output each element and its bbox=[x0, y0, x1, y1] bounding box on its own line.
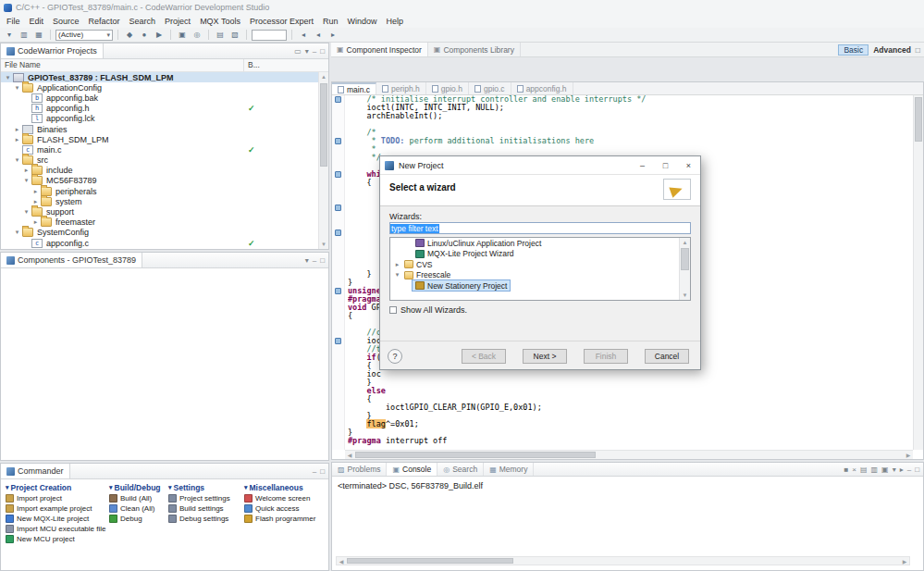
tree-item-main-c[interactable]: main.c✓ bbox=[1, 144, 318, 155]
tab-codewarrior-projects[interactable]: CodeWarrior Projects bbox=[1, 43, 104, 58]
dialog-titlebar[interactable]: New Project – □ × bbox=[380, 156, 700, 175]
back-button[interactable]: < Back bbox=[462, 349, 506, 364]
menu-search[interactable]: Search bbox=[125, 16, 161, 27]
column-header-build[interactable]: B... bbox=[244, 59, 328, 71]
build-button[interactable]: ◆ bbox=[123, 29, 136, 41]
commander-item-build-settings[interactable]: Build settings bbox=[168, 503, 242, 514]
minimize-icon[interactable]: – bbox=[907, 465, 911, 474]
commander-item-new-mqx-lite-project[interactable]: New MQX-Lite project bbox=[6, 514, 107, 524]
minimize-icon[interactable]: – bbox=[313, 256, 316, 265]
commander-item-flash-programmer[interactable]: Flash programmer bbox=[244, 514, 327, 524]
maximize-icon[interactable]: □ bbox=[915, 465, 919, 474]
commander-item-debug[interactable]: Debug bbox=[109, 514, 166, 524]
tree-item-peripherals[interactable]: ▸peripherals bbox=[1, 186, 318, 196]
tab-console[interactable]: ▣Console bbox=[387, 463, 437, 476]
scroll-left-icon[interactable]: ◀ bbox=[337, 557, 346, 565]
menu-file[interactable]: File bbox=[2, 16, 25, 27]
back-button[interactable]: ◂ bbox=[312, 29, 325, 41]
commander-item-import-project[interactable]: Import project bbox=[6, 493, 107, 503]
tab-components[interactable]: Components - GPIOTest_83789 bbox=[1, 253, 142, 267]
wizard-item-cvs[interactable]: ▸CVS bbox=[390, 259, 690, 270]
menu-project[interactable]: Project bbox=[160, 16, 195, 27]
new-wizard-button[interactable]: ▣ bbox=[176, 29, 189, 41]
tree-item-system[interactable]: ▸system bbox=[1, 196, 318, 206]
tab-problems[interactable]: ▨Problems bbox=[332, 463, 387, 476]
tree-item-appconfig-lck[interactable]: appconfig.lck bbox=[1, 114, 318, 124]
pin-console-icon[interactable]: ▣ bbox=[881, 465, 889, 474]
build-configuration-combo[interactable]: (Active)▾ bbox=[55, 30, 113, 41]
scroll-thumb[interactable] bbox=[347, 558, 513, 564]
scroll-lock-icon[interactable]: ▥ bbox=[871, 465, 879, 474]
search-button[interactable]: ◎ bbox=[191, 29, 203, 41]
wizard-filter-input[interactable]: type filter text bbox=[389, 222, 691, 234]
tree-item-gpiotest-83789-flash-sdm-lpm[interactable]: ▾GPIOTest_83789 : FLASH_SDM_LPM bbox=[1, 72, 318, 82]
scroll-up-icon[interactable]: ▲ bbox=[319, 72, 328, 81]
tab-component-inspector[interactable]: ▣Component Inspector bbox=[331, 43, 428, 56]
scroll-down-icon[interactable]: ▼ bbox=[319, 240, 328, 249]
maximize-icon[interactable]: □ bbox=[654, 156, 677, 174]
cancel-button[interactable]: Cancel bbox=[645, 349, 689, 364]
commander-item-welcome-screen[interactable]: Welcome screen bbox=[244, 493, 327, 503]
finish-button[interactable]: Finish bbox=[584, 349, 628, 364]
tab-commander[interactable]: Commander bbox=[1, 464, 70, 478]
wizard-list-scrollbar[interactable]: ▲ ▼ bbox=[679, 238, 690, 300]
editor-tab-gpio-c[interactable]: gpio.c bbox=[469, 82, 511, 94]
tree-item-src[interactable]: ▾src bbox=[1, 155, 318, 166]
save-button[interactable]: ▥ bbox=[18, 29, 31, 41]
tree-item-appconfig-h[interactable]: appconfig.h✓ bbox=[1, 104, 318, 114]
commander-item-debug-settings[interactable]: Debug settings bbox=[168, 514, 242, 524]
tree-item-systemconfig[interactable]: ▾SystemConfig bbox=[1, 228, 318, 238]
scroll-up-icon[interactable]: ▲ bbox=[680, 238, 690, 247]
mode-basic-button[interactable]: Basic bbox=[838, 44, 869, 56]
column-header-file-name[interactable]: File Name bbox=[1, 59, 244, 71]
flash-programmer-button[interactable]: ▧ bbox=[228, 29, 241, 41]
next-button[interactable]: Next > bbox=[523, 349, 567, 364]
menu-window[interactable]: Window bbox=[343, 16, 382, 27]
open-console-icon[interactable]: ▸ bbox=[900, 465, 904, 474]
restore-icon[interactable]: □ bbox=[916, 45, 920, 55]
mode-advanced-button[interactable]: Advanced bbox=[873, 45, 911, 55]
checkbox-icon[interactable] bbox=[389, 306, 397, 314]
wizard-item-linux-uclinux-application-project[interactable]: Linux/uClinux Application Project bbox=[390, 238, 690, 249]
console-horizontal-scrollbar[interactable]: ◀ ▶ bbox=[336, 556, 910, 565]
scroll-thumb[interactable] bbox=[681, 248, 689, 270]
menu-run[interactable]: Run bbox=[318, 16, 343, 27]
tree-item-appconfig-c[interactable]: appconfig.c✓ bbox=[1, 238, 318, 248]
tree-item-binaries[interactable]: ▸Binaries bbox=[1, 124, 318, 134]
toolbar-field[interactable] bbox=[252, 30, 287, 41]
editor-annotation-ruler[interactable] bbox=[332, 95, 345, 450]
commander-item-build-all[interactable]: Build (All) bbox=[109, 493, 166, 503]
maximize-icon[interactable]: □ bbox=[320, 47, 325, 56]
tree-item-appconfig-bak[interactable]: appconfig.bak bbox=[1, 93, 318, 103]
tree-item-applicationconfig[interactable]: ▾ApplicationConfig bbox=[1, 82, 318, 93]
menu-refactor[interactable]: Refactor bbox=[84, 16, 125, 27]
projects-scrollbar[interactable]: ▲ ▼ bbox=[318, 72, 328, 249]
remove-launch-icon[interactable]: × bbox=[852, 465, 856, 474]
scroll-thumb[interactable] bbox=[915, 97, 922, 142]
tab-memory[interactable]: ▦Memory bbox=[484, 463, 534, 476]
terminate-icon[interactable]: ■ bbox=[844, 465, 848, 474]
wizard-item-mqx-lite-project-wizard[interactable]: MQX-Lite Project Wizard bbox=[390, 249, 690, 260]
commander-item-project-settings[interactable]: Project settings bbox=[168, 493, 242, 503]
menu-processor-expert[interactable]: Processor Expert bbox=[245, 16, 318, 27]
editor-vertical-scrollbar[interactable] bbox=[913, 95, 923, 450]
new-dropdown-button[interactable]: ▾ bbox=[3, 29, 16, 41]
tree-item-flash-sdm-lpm[interactable]: ▸FLASH_SDM_LPM bbox=[1, 134, 318, 144]
tab-search[interactable]: ◎Search bbox=[437, 463, 484, 476]
tree-item-mc56f83789[interactable]: ▾MC56F83789 bbox=[1, 176, 318, 186]
view-menu-icon[interactable]: ▾ bbox=[305, 47, 309, 56]
display-console-icon[interactable]: ▾ bbox=[893, 465, 896, 474]
maximize-icon[interactable]: □ bbox=[320, 256, 325, 265]
show-all-wizards-checkbox[interactable]: Show All Wizards. bbox=[389, 305, 467, 315]
commander-item-new-mcu-project[interactable]: New MCU project bbox=[6, 534, 107, 544]
editor-tab-main-c[interactable]: main.c bbox=[332, 82, 376, 94]
close-icon[interactable]: × bbox=[677, 156, 700, 174]
tab-components-library[interactable]: ▣Components Library bbox=[428, 43, 521, 56]
scroll-down-icon[interactable]: ▼ bbox=[680, 291, 690, 300]
view-menu-icon[interactable]: ▾ bbox=[305, 256, 309, 265]
debug-button[interactable]: ● bbox=[138, 29, 151, 41]
scroll-thumb[interactable] bbox=[355, 452, 596, 458]
wizard-item-freescale[interactable]: ▾Freescale bbox=[390, 270, 690, 281]
editor-horizontal-scrollbar[interactable]: ◀ ▶ bbox=[345, 450, 913, 459]
editor-tab-periph-h[interactable]: periph.h bbox=[376, 82, 426, 94]
